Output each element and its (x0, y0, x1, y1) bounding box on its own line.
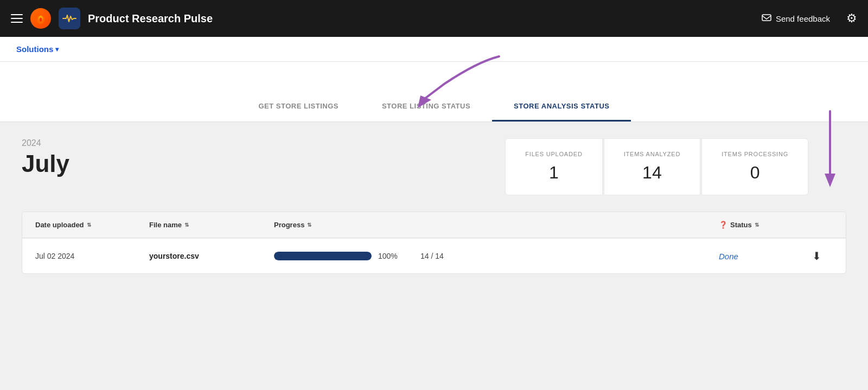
cell-ratio: 14 / 14 (420, 252, 713, 260)
stat-label-items-processing: ITEMS PROCESSING (722, 151, 788, 157)
sort-icon-filename: ⇅ (184, 222, 189, 228)
cell-filename: yourstore.csv (149, 252, 269, 260)
vertical-annotation-container: 2024 July FILES UPLOADED 1 ITEMS ANALYZE… (0, 122, 868, 339)
svg-rect-3 (762, 15, 771, 21)
stat-card-files-uploaded: FILES UPLOADED 1 (505, 138, 602, 195)
date-year: 2024 (22, 138, 494, 148)
date-month: July (22, 150, 494, 177)
tab-get-store-listings[interactable]: GET STORE LISTINGS (237, 92, 360, 122)
svg-point-2 (40, 18, 42, 22)
download-button[interactable]: ⬇ (800, 250, 833, 263)
stats-cards: FILES UPLOADED 1 ITEMS ANALYZED 14 ITEMS… (505, 138, 808, 195)
col-header-filename[interactable]: File name ⇅ (149, 221, 269, 229)
tab-store-listing-status[interactable]: STORE LISTING STATUS (360, 92, 492, 122)
table-header-row: Date uploaded ⇅ File name ⇅ Progress ⇅ ❓… (22, 212, 846, 238)
tab-store-analysis-status[interactable]: STORE ANALYSIS STATUS (492, 92, 631, 122)
vertical-purple-arrow (819, 106, 841, 193)
feedback-icon (762, 14, 771, 23)
sort-icon-status: ⇅ (755, 222, 759, 228)
stat-card-items-processing: ITEMS PROCESSING 0 (701, 138, 808, 195)
sort-icon-progress: ⇅ (307, 222, 311, 228)
col-header-empty (420, 221, 713, 229)
progress-bar-background (274, 252, 372, 260)
solutions-dropdown[interactable]: Solutions ▾ (16, 44, 59, 54)
progress-cell: 100% (274, 252, 415, 260)
chevron-down-icon: ▾ (55, 46, 59, 53)
send-feedback-button[interactable]: Send feedback (762, 14, 830, 23)
tabs-container: GET STORE LISTINGS STORE LISTING STATUS … (0, 92, 868, 122)
annotation-area (0, 62, 868, 92)
col-header-date[interactable]: Date uploaded ⇅ (35, 221, 144, 229)
main-content: 2024 July FILES UPLOADED 1 ITEMS ANALYZE… (0, 122, 868, 339)
data-table: Date uploaded ⇅ File name ⇅ Progress ⇅ ❓… (22, 212, 846, 274)
stat-label-files-uploaded: FILES UPLOADED (525, 151, 582, 157)
stats-row: 2024 July FILES UPLOADED 1 ITEMS ANALYZE… (22, 138, 846, 195)
cell-date: Jul 02 2024 (35, 252, 144, 260)
col-header-download (800, 221, 833, 229)
app-icon (59, 8, 80, 29)
stat-label-items-analyzed: ITEMS ANALYZED (624, 151, 681, 157)
app-title: Product Research Pulse (88, 12, 213, 25)
cell-status: Done (719, 252, 795, 261)
flame-logo-icon (30, 8, 51, 29)
hamburger-menu[interactable] (11, 14, 23, 23)
progress-percentage: 100% (378, 252, 398, 260)
col-header-status[interactable]: ❓ Status ⇅ (719, 221, 795, 229)
svg-marker-6 (825, 174, 835, 187)
app-header: Product Research Pulse Send feedback ⚙ (0, 0, 868, 37)
download-icon: ⬇ (812, 250, 821, 263)
stat-value-items-analyzed: 14 (624, 163, 681, 183)
stat-card-items-analyzed: ITEMS ANALYZED 14 (604, 138, 701, 195)
stat-value-files-uploaded: 1 (525, 163, 582, 183)
help-icon: ❓ (719, 221, 727, 229)
stat-value-items-processing: 0 (722, 163, 788, 183)
sub-header: Solutions ▾ (0, 37, 868, 62)
date-section: 2024 July (22, 138, 494, 177)
table-row: Jul 02 2024 yourstore.csv 100% 14 / 14 D… (22, 238, 846, 273)
progress-bar-fill (274, 252, 372, 260)
settings-icon[interactable]: ⚙ (846, 11, 857, 25)
sort-icon-date: ⇅ (87, 222, 91, 228)
col-header-progress[interactable]: Progress ⇅ (274, 221, 415, 229)
